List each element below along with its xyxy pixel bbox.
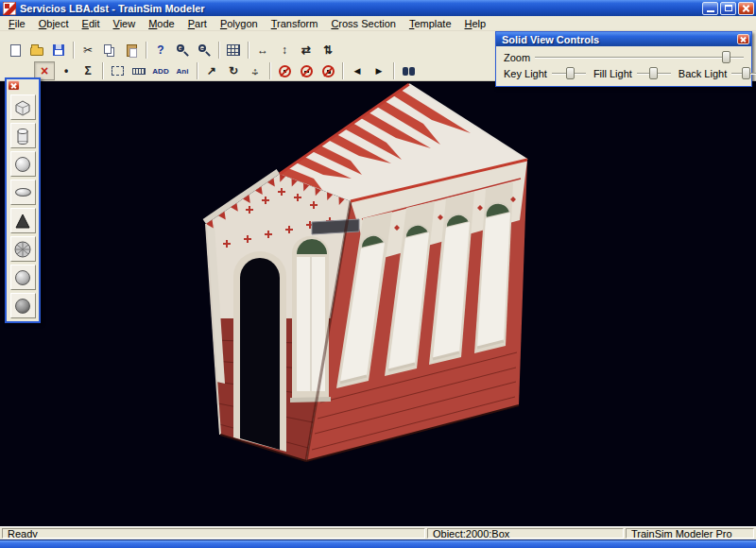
tool-ellipse-button[interactable] [10, 180, 36, 205]
palette-close-button[interactable] [8, 80, 20, 91]
solid-view-controls-title: Solid View Controls [502, 34, 737, 45]
window-title: Servicios LBA.dst - TrainSim Modeler [20, 3, 700, 14]
delete-x-icon: × [41, 63, 48, 78]
status-app-name: TrainSim Modeler Pro [626, 528, 754, 539]
tool-darksphere-button[interactable] [10, 293, 36, 318]
lights-row: Key Light Fill Light Back Light [504, 65, 744, 81]
menu-item-cross-section[interactable]: Cross Section [324, 17, 402, 30]
add-label: ADD [152, 67, 168, 76]
tool-geosphere-button[interactable] [10, 236, 36, 262]
rotate-tool-button[interactable]: ↻ [223, 61, 244, 80]
next-button[interactable]: ▶ [369, 61, 389, 80]
tool-smoothsphere-button[interactable] [10, 265, 36, 290]
fit-width-icon: ↔ [257, 44, 268, 56]
hide-faces-button[interactable] [318, 61, 338, 80]
tool-sphere-button[interactable] [10, 151, 36, 177]
minimize-button[interactable] [702, 2, 718, 15]
zoom-slider[interactable] [535, 51, 744, 63]
svc-close-icon [740, 36, 747, 43]
model-viewport[interactable] [0, 81, 756, 526]
back-light-slider[interactable] [731, 67, 756, 79]
cut-icon: ✂ [83, 44, 93, 56]
menu-item-polygon[interactable]: Polygon [214, 17, 265, 30]
menu-item-object[interactable]: Object [32, 17, 76, 30]
save-icon [53, 44, 64, 56]
fit-width-button[interactable]: ↔ [252, 41, 273, 60]
menu-item-file[interactable]: File [2, 17, 32, 30]
toolbar-separator [73, 42, 75, 59]
back-light-slider-thumb[interactable] [742, 67, 750, 79]
box-tool-icon [12, 97, 33, 118]
menu-item-part[interactable]: Part [181, 17, 214, 30]
restore-icon [725, 5, 732, 11]
open-button[interactable] [26, 41, 47, 60]
tool-cylinder-button[interactable] [10, 123, 36, 148]
menu-item-edit[interactable]: Edit [76, 17, 107, 30]
primitives-palette-titlebar [7, 79, 39, 92]
new-button[interactable] [5, 41, 26, 60]
binoculars-icon [403, 67, 408, 76]
back-light-label: Back Light [679, 68, 727, 79]
ani-button[interactable]: Ani [172, 61, 193, 80]
menu-item-mode[interactable]: Mode [142, 17, 181, 30]
fit-height-button[interactable]: ↕ [274, 41, 295, 60]
move-arrow-icon: ↗ [207, 65, 216, 77]
swap-vertical-button[interactable]: ⇅ [318, 41, 338, 60]
fill-light-slider-thumb[interactable] [649, 67, 658, 79]
close-button[interactable] [738, 2, 754, 15]
menu-item-transform[interactable]: Transform [265, 17, 325, 30]
prev-button[interactable]: ◀ [347, 61, 368, 80]
zoom-in-button[interactable]: + [172, 41, 193, 60]
zoom-row: Zoom [504, 49, 744, 65]
grid-icon [227, 44, 240, 56]
find-button[interactable] [398, 61, 419, 80]
solid-view-controls-body: Zoom Key Light Fill Light Back Light [496, 46, 751, 86]
fill-light-label: Fill Light [593, 68, 632, 79]
scale-tool-button[interactable]: ↔↕ [245, 61, 266, 80]
hide-points-button[interactable] [274, 61, 295, 80]
cut-button[interactable]: ✂ [77, 41, 98, 60]
minimize-icon [707, 10, 714, 12]
windows-taskbar-edge[interactable] [0, 539, 756, 548]
zoom-slider-thumb[interactable] [722, 51, 730, 63]
menu-item-template[interactable]: Template [403, 17, 458, 30]
copy-button[interactable] [99, 41, 120, 60]
fit-height-icon: ↕ [282, 44, 287, 56]
paste-button[interactable] [121, 41, 142, 60]
cone-tool-icon [12, 211, 33, 231]
status-bar: Ready Object:2000:Box TrainSim Modeler P… [0, 526, 756, 539]
add-part-button[interactable]: ADD [150, 61, 171, 80]
menu-item-view[interactable]: View [107, 17, 143, 30]
key-light-label: Key Light [504, 68, 547, 79]
maximize-button[interactable] [720, 2, 736, 15]
ellipse-tool-icon [15, 188, 31, 197]
ruler-icon [132, 68, 146, 75]
grid-button[interactable] [223, 41, 244, 60]
key-light-slider[interactable] [552, 67, 586, 79]
menu-bar: File Object Edit View Mode Part Polygon … [0, 16, 756, 31]
swap-horizontal-button[interactable]: ⇄ [296, 41, 317, 60]
measure-button[interactable] [129, 61, 149, 80]
next-icon: ▶ [376, 66, 383, 76]
zoom-label: Zoom [504, 52, 530, 63]
sphere-tool-icon [15, 157, 30, 172]
move-tool-button[interactable]: ↗ [201, 61, 222, 80]
toolbar-separator [146, 42, 147, 59]
solid-view-controls-close-button[interactable] [737, 34, 749, 44]
sigma-button[interactable]: Σ [77, 61, 98, 80]
save-button[interactable] [48, 41, 69, 60]
tool-box-button[interactable] [10, 94, 36, 120]
menu-item-help[interactable]: Help [458, 17, 493, 30]
hide-lines-button[interactable] [296, 61, 317, 80]
help-button[interactable]: ? [150, 41, 171, 60]
open-folder-icon [30, 47, 43, 56]
fill-light-slider[interactable] [637, 67, 671, 79]
cylinder-tool-icon [12, 126, 33, 146]
previous-icon: ◀ [354, 66, 361, 76]
point-button[interactable]: • [56, 61, 77, 80]
swap-vertical-icon: ⇅ [323, 44, 333, 56]
tool-cone-button[interactable] [10, 208, 36, 233]
key-light-slider-thumb[interactable] [566, 67, 575, 79]
zoom-out-button[interactable]: − [194, 41, 215, 60]
select-rect-button[interactable] [107, 61, 128, 80]
